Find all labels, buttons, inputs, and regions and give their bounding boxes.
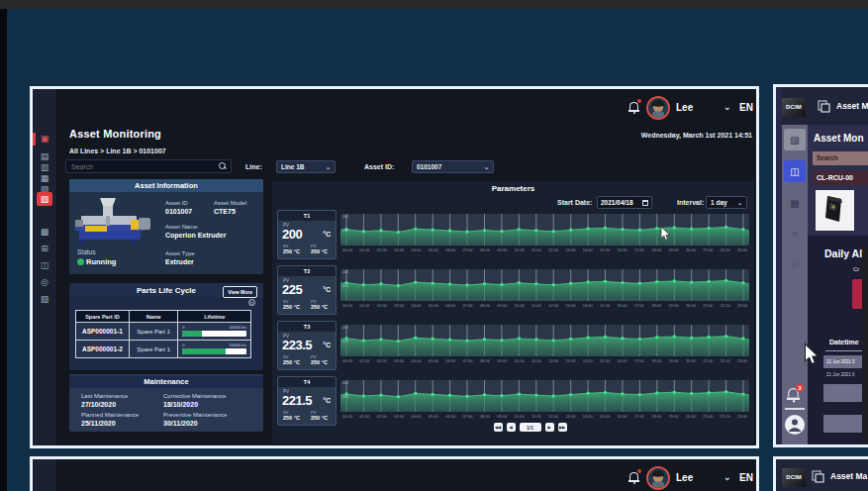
dcim-profile-button[interactable] bbox=[785, 415, 805, 435]
tile-pv2: PV250 °C bbox=[311, 244, 328, 255]
device-chip[interactable]: CL-RCU-00 bbox=[813, 171, 868, 185]
tile-id: T3 bbox=[278, 322, 336, 332]
asset-model-label: Asset Model bbox=[214, 200, 246, 206]
x-axis-tick: 14:00 bbox=[583, 358, 593, 363]
line-filter-label: Line: bbox=[245, 163, 262, 170]
line-select[interactable]: Line 1B ⌄ bbox=[276, 160, 336, 173]
alarm-row[interactable]: 21 Jun 2021 0 bbox=[826, 372, 855, 377]
asset-id-select[interactable]: 0101007 ⌄ bbox=[412, 160, 494, 173]
start-date-picker[interactable]: 2021/04/18 bbox=[597, 196, 652, 209]
users-icon[interactable]: ▧ bbox=[37, 293, 52, 306]
page-title: Asset Monitoring bbox=[69, 128, 161, 140]
plant-icon[interactable]: ▩ bbox=[784, 192, 806, 214]
tile-sv: SV250 °C bbox=[283, 354, 300, 366]
dcim-logo[interactable]: DCIM bbox=[782, 98, 806, 117]
y-axis-tick: 400 bbox=[342, 270, 348, 274]
dcim-titlebar-text: Asset Ma bbox=[836, 101, 868, 111]
lifetime-min: 0 bbox=[182, 326, 184, 330]
parts-table: Spare Part ID Name Lifetime ASP000001-1 … bbox=[75, 310, 251, 358]
monitor-icon[interactable]: ◫ bbox=[784, 160, 806, 182]
refresh-icon[interactable]: ↻ bbox=[248, 299, 255, 306]
x-axis-tick: 02:00 bbox=[377, 358, 387, 363]
gear-icon[interactable]: ◫ bbox=[37, 259, 52, 272]
temperature-chart-T1[interactable] bbox=[340, 214, 749, 246]
maintenance-value: 30/11/2020 bbox=[163, 420, 198, 427]
user-menu-chevron-icon[interactable]: ⌄ bbox=[723, 472, 731, 482]
globe-icon[interactable]: ◎ bbox=[37, 276, 52, 289]
interval-select[interactable]: 1 day ⌄ bbox=[706, 196, 747, 209]
info-icon[interactable]: ◎ bbox=[784, 251, 806, 273]
search-box[interactable] bbox=[65, 159, 232, 173]
monitor-icon[interactable]: ▧ bbox=[37, 192, 52, 206]
sidebar-divider bbox=[785, 408, 805, 410]
dcim-page-title: Asset Mon bbox=[814, 133, 864, 144]
x-axis-tick: 08:00 bbox=[480, 414, 490, 419]
y-axis-tick: 400 bbox=[342, 215, 348, 219]
x-axis-tick: 14:00 bbox=[583, 303, 593, 308]
temperature-chart-T4[interactable] bbox=[340, 380, 749, 412]
x-axis-tick: 16:00 bbox=[617, 358, 627, 363]
language-selector[interactable]: EN bbox=[739, 102, 753, 113]
pagination-last-button[interactable]: ▶▶ bbox=[558, 423, 567, 432]
pagination-prev-button[interactable]: ◀ bbox=[507, 423, 516, 432]
copy-icon bbox=[818, 100, 830, 113]
x-axis-tick: 21:00 bbox=[703, 247, 713, 252]
tile-value: 200 bbox=[282, 227, 302, 242]
checklist-icon[interactable]: ⊞ bbox=[37, 243, 52, 255]
tile-unit: °C bbox=[323, 231, 331, 238]
x-axis-tick: 01:00 bbox=[359, 414, 369, 419]
x-axis-tick: 00:00 bbox=[342, 303, 352, 308]
x-axis-tick: 22:00 bbox=[721, 247, 730, 252]
dcim-notifications-bell[interactable]: 3 bbox=[788, 388, 799, 400]
x-axis-tick: 03:00 bbox=[394, 247, 404, 252]
x-axis-tick: 01:00 bbox=[359, 358, 369, 363]
pagination-next-button[interactable]: ▶ bbox=[545, 423, 554, 432]
breadcrumb[interactable]: All Lines > Line 1B > 0101007 bbox=[69, 147, 166, 154]
user-avatar[interactable] bbox=[646, 466, 670, 490]
person-icon bbox=[785, 415, 805, 435]
maintenance-value: 27/10/2020 bbox=[81, 401, 116, 408]
y-axis-tick: 200 bbox=[342, 340, 348, 344]
user-name[interactable]: Lee bbox=[676, 102, 693, 113]
avatar-photo bbox=[648, 468, 668, 488]
asset-name-value: Coperion Extruder bbox=[165, 232, 226, 239]
pagination-first-button[interactable]: ◀◀ bbox=[494, 423, 503, 432]
search-input[interactable] bbox=[66, 163, 215, 170]
user-menu-chevron-icon[interactable]: ⌄ bbox=[723, 102, 731, 112]
x-axis-tick: 03:00 bbox=[394, 358, 404, 363]
x-axis-tick: 04:00 bbox=[411, 358, 421, 363]
maintenance-title: Maintenance bbox=[69, 376, 263, 388]
search-icon[interactable] bbox=[219, 162, 227, 170]
x-axis-tick: 13:00 bbox=[565, 247, 575, 252]
notifications-bell-button[interactable] bbox=[628, 101, 639, 113]
x-axis-tick: 02:00 bbox=[377, 303, 387, 308]
extruder-icon[interactable]: ▣ bbox=[37, 133, 52, 146]
user-avatar[interactable] bbox=[646, 96, 670, 120]
x-axis-tick: 09:00 bbox=[497, 414, 507, 419]
x-axis-labels: 00:0001:0002:0003:0004:0005:0006:0007:00… bbox=[340, 358, 749, 363]
temperature-chart-T3[interactable] bbox=[340, 325, 749, 356]
package-icon[interactable]: ▩ bbox=[37, 226, 52, 239]
user-name[interactable]: Lee bbox=[676, 472, 693, 483]
factory-icon[interactable]: ▨ bbox=[784, 129, 806, 150]
dcim-search-input[interactable]: Search bbox=[813, 151, 868, 165]
parameters-panel: Parameters Start Date: 2021/04/18 Interv… bbox=[272, 181, 754, 443]
temperature-chart-T2[interactable] bbox=[340, 269, 749, 301]
copy-icon bbox=[812, 470, 824, 483]
bell-icon bbox=[628, 471, 639, 483]
language-selector[interactable]: EN bbox=[739, 472, 753, 483]
tile-unit: °C bbox=[323, 286, 331, 293]
report-icon[interactable]: ▤ bbox=[784, 224, 806, 246]
pagination-page-indicator: 1/1 bbox=[520, 423, 541, 432]
dcim-logo[interactable]: DCIM bbox=[782, 468, 806, 487]
x-axis-tick: 21:00 bbox=[703, 414, 713, 419]
x-axis-tick: 06:00 bbox=[445, 247, 455, 252]
line-select-chevron-icon: ⌄ bbox=[326, 163, 331, 170]
view-more-button[interactable]: View More bbox=[223, 286, 257, 298]
part-id: ASP000001-1 bbox=[76, 323, 130, 341]
notifications-bell-button[interactable] bbox=[628, 471, 639, 483]
asset-type-value: Extruder bbox=[165, 258, 194, 265]
calendar-icon bbox=[642, 200, 648, 206]
x-axis-labels: 00:0001:0002:0003:0004:0005:0006:0007:00… bbox=[340, 247, 749, 252]
bell-icon bbox=[628, 101, 639, 113]
